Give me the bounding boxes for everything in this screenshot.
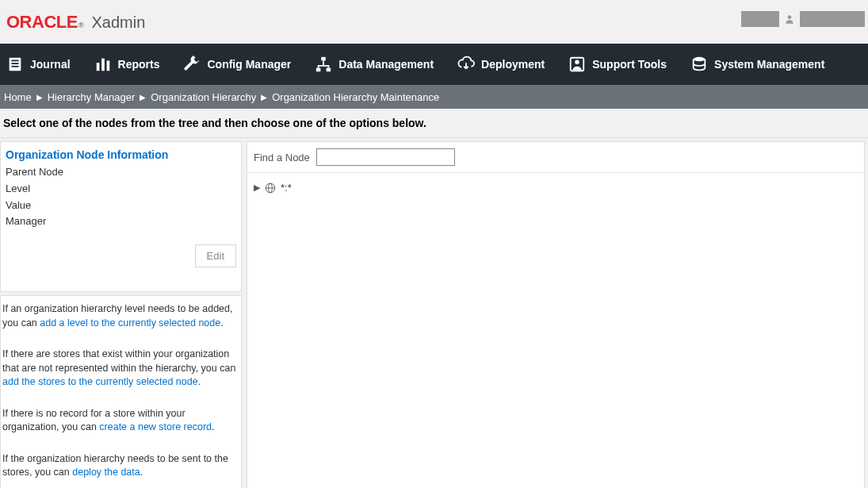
nav-data-management[interactable]: Data Management [315,56,434,73]
crumb-org-hierarchy[interactable]: Organization Hierarchy [151,91,256,103]
app-name: Xadmin [92,13,146,32]
support-icon [568,56,586,73]
help-text-post: . [198,376,201,387]
tree-area: ▶ *:* [247,173,864,202]
svg-rect-3 [11,63,18,64]
breadcrumb: Home ▶ Hierarchy Manager ▶ Organization … [0,85,868,109]
link-deploy-data[interactable]: deploy the data [72,467,140,478]
header-right [741,11,865,27]
main-nav: Journal Reports Config Manager Data Mana… [0,44,868,85]
svg-rect-8 [322,57,327,61]
chevron-right-icon: ▶ [36,93,43,102]
help-para-deploy: If the organization hierarchy needs to b… [2,452,236,480]
main-panel: Find a Node ▶ *:* [247,141,865,488]
sidebar: Organization Node Information Parent Nod… [0,138,243,488]
nav-deployment[interactable]: Deployment [457,56,545,73]
info-row-parent-node: Parent Node [6,164,236,181]
svg-rect-6 [101,59,105,71]
info-panel-title: Organization Node Information [6,148,236,161]
edit-button[interactable]: Edit [195,244,236,267]
svg-rect-4 [11,66,18,67]
hierarchy-icon [315,56,332,73]
help-para-add-level: If an organization hierarchy level needs… [2,302,236,330]
find-node-input[interactable] [316,148,455,166]
globe-icon [265,183,276,194]
logo-registered: ® [78,21,84,29]
help-panel: If an organization hierarchy level needs… [0,295,242,488]
help-text-post: . [212,421,214,432]
tree-root-label: *:* [281,182,292,194]
info-panel: Organization Node Information Parent Nod… [0,141,242,292]
find-node-label: Find a Node [254,152,310,163]
wrench-icon [183,56,201,73]
chevron-right-icon: ▶ [261,93,267,102]
help-para-new-store: If there is no record for a store within… [2,407,236,435]
oracle-logo: ORACLE® Xadmin [6,12,145,33]
content-area: Organization Node Information Parent Nod… [0,138,868,488]
database-icon [690,56,708,73]
nav-reports[interactable]: Reports [94,56,160,73]
find-node-row: Find a Node [247,142,864,173]
svg-rect-2 [11,60,18,62]
reports-icon [94,56,112,73]
info-row-level: Level [6,181,236,198]
crumb-hierarchy-manager[interactable]: Hierarchy Manager [48,91,136,103]
help-text-post: . [220,317,223,329]
nav-support-tools[interactable]: Support Tools [568,56,667,73]
link-add-level[interactable]: add a level to the currently selected no… [40,317,220,329]
expand-icon[interactable]: ▶ [254,183,260,193]
nav-label: Reports [118,58,160,71]
nav-system-management[interactable]: System Management [690,56,824,73]
link-create-store[interactable]: create a new store record [99,421,212,432]
logo-text: ORACLE [6,12,78,33]
crumb-current: Organization Hierarchy Maintenance [272,91,439,103]
cloud-download-icon [457,56,475,73]
crumb-home[interactable]: Home [4,91,32,103]
help-text-post: . [140,467,143,478]
tree-root-node[interactable]: ▶ *:* [254,182,292,194]
app-header: ORACLE® Xadmin [0,0,868,44]
page-instruction: Select one of the nodes from the tree an… [0,109,868,138]
info-row-manager: Manager [6,213,236,230]
user-icon[interactable] [784,13,795,25]
info-row-value: Value [6,198,236,214]
header-placeholder-2[interactable] [800,11,865,27]
link-add-stores[interactable]: add the stores to the currently selected… [2,376,198,387]
nav-label: Deployment [481,58,545,71]
svg-rect-9 [316,68,321,72]
svg-rect-5 [96,63,99,71]
help-para-add-stores: If there are stores that exist within yo… [2,348,236,390]
svg-rect-7 [106,60,109,71]
nav-journal[interactable]: Journal [6,56,71,73]
svg-point-0 [788,15,792,19]
chevron-right-icon: ▶ [140,93,146,102]
help-text: If there are stores that exist within yo… [2,348,235,374]
nav-label: System Management [714,58,824,71]
nav-label: Config Manager [207,58,291,71]
svg-point-12 [575,60,579,65]
nav-config-manager[interactable]: Config Manager [183,56,291,73]
header-placeholder-1[interactable] [741,11,779,27]
journal-icon [6,56,24,73]
nav-label: Support Tools [592,58,667,71]
svg-point-13 [694,57,705,62]
svg-rect-10 [327,68,331,72]
nav-label: Journal [30,58,71,71]
nav-label: Data Management [338,58,434,71]
